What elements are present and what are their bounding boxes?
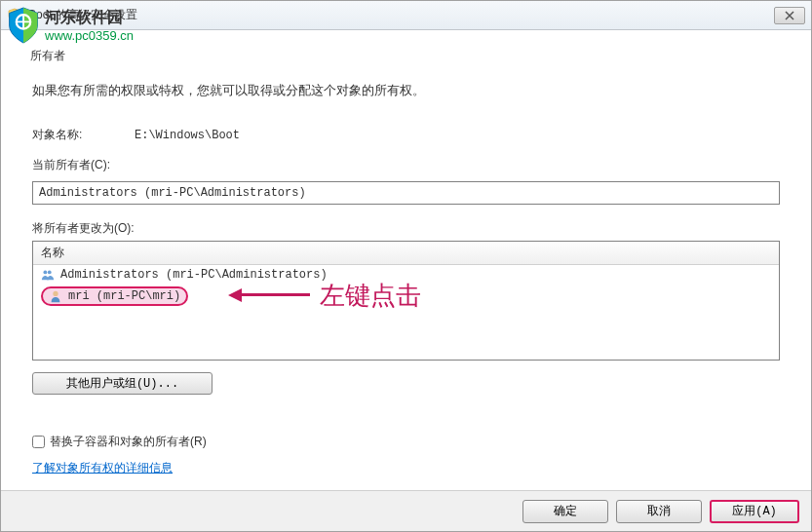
current-owner-label-row: 当前所有者(C):	[32, 157, 788, 173]
ok-button[interactable]: 确定	[522, 500, 608, 523]
current-owner-label: 当前所有者(C):	[32, 157, 110, 173]
annotation-text: 左键点击	[320, 279, 421, 313]
list-item-text: mri (mri-PC\mri)	[68, 289, 180, 303]
titlebar: Boot 的高级安全设置	[1, 1, 811, 30]
object-name-value: E:\Windows\Boot	[135, 129, 240, 142]
list-item[interactable]: mri (mri-PC\mri) 左键点击	[33, 285, 779, 308]
app-icon	[7, 8, 22, 23]
info-text: 如果您有所需的权限或特权，您就可以取得或分配这个对象的所有权。	[32, 82, 788, 99]
button-bar: 确定 取消 应用(A)	[1, 490, 811, 531]
current-owner-field: Administrators (mri-PC\Administrators)	[32, 181, 780, 205]
learn-more-link[interactable]: 了解对象所有权的详细信息	[32, 460, 780, 476]
other-users-button[interactable]: 其他用户或组(U)...	[32, 372, 213, 395]
group-icon	[41, 267, 57, 283]
owner-list-header[interactable]: 名称	[33, 242, 779, 265]
list-item-text: Administrators (mri-PC\Administrators)	[60, 268, 328, 282]
annotation-arrow	[228, 286, 310, 304]
replace-owner-checkbox[interactable]	[32, 436, 45, 448]
svg-point-0	[43, 270, 47, 274]
window-title: Boot 的高级安全设置	[28, 7, 137, 23]
close-button[interactable]	[774, 7, 805, 24]
content-area: 所有者 如果您有所需的权限或特权，您就可以取得或分配这个对象的所有权。 对象名称…	[1, 30, 811, 490]
owner-list[interactable]: 名称 Administrators (mri-PC\Administrators…	[32, 241, 780, 361]
svg-point-2	[53, 291, 58, 296]
object-name-row: 对象名称: E:\Windows\Boot	[32, 127, 788, 143]
object-name-label: 对象名称:	[32, 127, 135, 143]
dialog-window: Boot 的高级安全设置 所有者 如果您有所需的权限或特权，您就可以取得或分配这…	[0, 0, 812, 532]
cancel-button[interactable]: 取消	[616, 500, 702, 523]
replace-owner-checkbox-row[interactable]: 替换子容器和对象的所有者(R)	[32, 434, 780, 450]
highlighted-owner[interactable]: mri (mri-PC\mri)	[41, 286, 188, 306]
user-icon	[49, 288, 64, 304]
tab-owner[interactable]: 所有者	[30, 48, 788, 64]
change-owner-label: 将所有者更改为(O):	[32, 220, 780, 237]
replace-owner-label: 替换子容器和对象的所有者(R)	[50, 434, 207, 450]
svg-point-1	[48, 270, 52, 274]
apply-button[interactable]: 应用(A)	[710, 500, 799, 523]
